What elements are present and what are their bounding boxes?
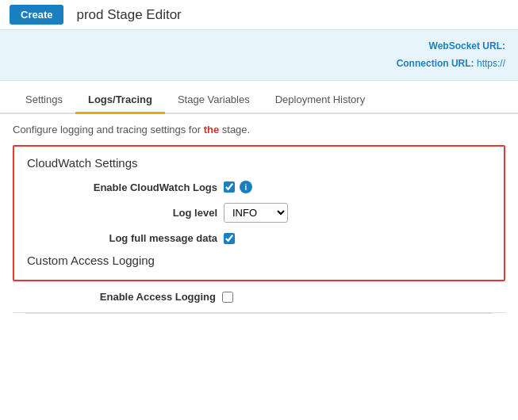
access-logging-section: Enable Access Logging <box>13 281 505 313</box>
custom-access-logging-title: Custom Access Logging <box>27 254 491 267</box>
log-full-message-row: Log full message data <box>27 232 491 244</box>
tab-stage-variables[interactable]: Stage Variables <box>165 87 263 114</box>
enable-cloudwatch-logs-label: Enable CloudWatch Logs <box>75 181 217 193</box>
enable-cloudwatch-logs-checkbox[interactable] <box>224 181 235 193</box>
page-title: prod Stage Editor <box>76 7 181 23</box>
websocket-label: WebSocket URL: <box>429 40 505 52</box>
top-bar: Create prod Stage Editor <box>0 0 518 30</box>
description-highlight: the <box>204 124 220 136</box>
connection-label: Connection URL: <box>397 58 474 69</box>
enable-access-logging-row: Enable Access Logging <box>25 291 493 303</box>
create-button[interactable]: Create <box>10 5 63 25</box>
tab-deployment-history[interactable]: Deployment History <box>263 87 378 114</box>
log-full-message-checkbox[interactable] <box>224 233 235 244</box>
log-full-message-label: Log full message data <box>75 232 217 244</box>
log-level-row: Log level OFF ERROR INFO DEBUG <box>27 203 491 223</box>
enable-cloudwatch-logs-control: i <box>224 181 252 193</box>
log-full-message-control <box>224 233 235 244</box>
enable-access-logging-label: Enable Access Logging <box>73 291 216 303</box>
enable-access-logging-checkbox[interactable] <box>222 292 233 303</box>
log-level-control: OFF ERROR INFO DEBUG <box>224 203 288 223</box>
tab-settings[interactable]: Settings <box>13 87 75 114</box>
tab-logs-tracing[interactable]: Logs/Tracing <box>75 87 165 114</box>
log-level-label: Log level <box>75 207 217 219</box>
description-text: Configure logging and tracing settings f… <box>13 124 505 136</box>
enable-cloudwatch-logs-row: Enable CloudWatch Logs i <box>27 181 491 193</box>
connection-value: https:// <box>477 58 505 69</box>
bottom-divider <box>25 313 493 314</box>
cloudwatch-section-title: CloudWatch Settings <box>27 156 491 170</box>
content-area: Configure logging and tracing settings f… <box>0 114 518 323</box>
log-level-select[interactable]: OFF ERROR INFO DEBUG <box>224 203 288 223</box>
cloudwatch-section: CloudWatch Settings Enable CloudWatch Lo… <box>13 145 505 281</box>
info-icon[interactable]: i <box>240 181 252 193</box>
url-bar: WebSocket URL: Connection URL: https:// <box>0 30 518 81</box>
tabs-container: Settings Logs/Tracing Stage Variables De… <box>0 87 518 114</box>
